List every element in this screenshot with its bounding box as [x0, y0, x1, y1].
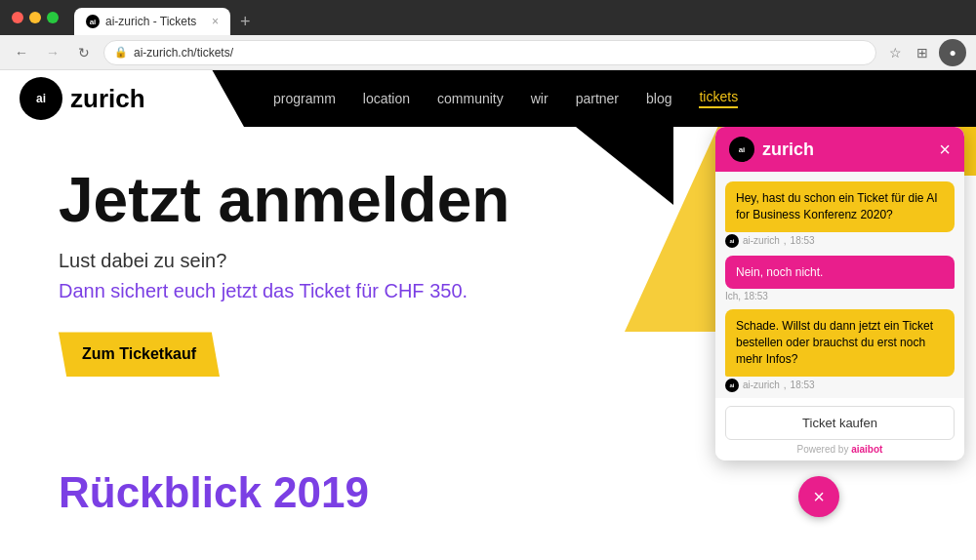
- main-content: Jetzt anmelden Lust dabei zu sein? Dann …: [0, 127, 976, 537]
- star-icon[interactable]: ☆: [884, 42, 906, 63]
- nav-link-wir[interactable]: wir: [531, 91, 549, 106]
- chat-logo-circle: ai: [729, 137, 754, 162]
- extensions-icon[interactable]: ⊞: [912, 42, 933, 63]
- traffic-light-red[interactable]: [12, 12, 23, 23]
- tab-favicon: ai: [86, 15, 100, 28]
- reload-button[interactable]: ↻: [72, 41, 96, 64]
- nav-link-programm[interactable]: programm: [273, 91, 336, 106]
- page-title: Jetzt anmelden: [59, 166, 595, 234]
- section-title: Rückblick 2019: [59, 468, 369, 517]
- nav-link-tickets[interactable]: tickets: [699, 89, 738, 108]
- lock-icon: 🔒: [114, 46, 128, 59]
- tab-title: ai-zurich - Tickets: [105, 15, 196, 28]
- chat-action-button[interactable]: Ticket kaufen: [725, 406, 955, 440]
- chat-sender-2: Ich: [725, 291, 738, 301]
- website: ai zurich programm location community wi…: [0, 70, 976, 537]
- chat-time-2: 18:53: [744, 291, 768, 301]
- site-nav: ai zurich programm location community wi…: [0, 70, 976, 127]
- browser-actions: ☆ ⊞ ●: [884, 39, 966, 66]
- browser-toolbar: ← → ↻ 🔒 ai-zurich.ch/tickets/ ☆ ⊞ ●: [0, 35, 976, 70]
- chat-bubble-bot-2: Schade. Willst du dann jetzt ein Ticket …: [725, 309, 955, 376]
- active-tab[interactable]: ai ai-zurich - Tickets ×: [74, 8, 230, 35]
- chat-meta-3: ai ai-zurich, 18:53: [725, 379, 955, 392]
- chat-message-1: Hey, hast du schon ein Ticket für die AI…: [725, 181, 955, 248]
- chat-logo-area: ai zurich: [729, 137, 814, 162]
- bot-avatar-1: ai: [725, 234, 739, 248]
- chat-body: Hey, hast du schon ein Ticket für die AI…: [715, 172, 964, 398]
- chat-widget: ai zurich × Hey, hast du schon ein Ticke…: [715, 127, 964, 460]
- traffic-light-yellow[interactable]: [29, 12, 41, 23]
- nav-link-partner[interactable]: partner: [576, 91, 619, 106]
- traffic-light-green[interactable]: [47, 12, 59, 23]
- forward-button[interactable]: →: [41, 41, 64, 64]
- back-button[interactable]: ←: [10, 41, 33, 64]
- chat-meta-1: ai ai-zurich, 18:53: [725, 234, 955, 248]
- logo-circle: ai: [20, 77, 62, 120]
- profile-icon[interactable]: ●: [939, 39, 966, 66]
- chat-message-3: Schade. Willst du dann jetzt ein Ticket …: [725, 309, 955, 391]
- traffic-lights: [12, 12, 59, 23]
- chat-header: ai zurich ×: [715, 127, 964, 172]
- chat-close-button[interactable]: ×: [939, 140, 951, 159]
- chat-powered: Powered by aiaibot: [725, 444, 955, 455]
- cta-button[interactable]: Zum Ticketkauf: [59, 332, 220, 377]
- chat-bubble-bot-1: Hey, hast du schon ein Ticket für die AI…: [725, 181, 955, 232]
- new-tab-button[interactable]: +: [232, 8, 259, 35]
- brand-text: zurich: [70, 84, 145, 114]
- fab-close-icon: ×: [813, 486, 825, 508]
- chat-footer: Ticket kaufen Powered by aiaibot: [715, 398, 964, 460]
- url-text: ai-zurich.ch/tickets/: [134, 46, 233, 60]
- chat-message-2: Nein, noch nicht. Ich, 18:53: [725, 256, 955, 302]
- chat-fab[interactable]: ×: [798, 476, 839, 517]
- chat-time-1: 18:53: [791, 235, 815, 246]
- chat-bubble-user: Nein, noch nicht.: [725, 256, 955, 290]
- tab-close-icon[interactable]: ×: [212, 15, 219, 28]
- url-bar[interactable]: 🔒 ai-zurich.ch/tickets/: [103, 40, 876, 65]
- chat-meta-2: Ich, 18:53: [725, 291, 955, 301]
- chat-logo-text: zurich: [762, 140, 814, 160]
- nav-link-blog[interactable]: blog: [646, 91, 671, 106]
- nav-links: programm location community wir partner …: [244, 89, 767, 108]
- nav-link-community[interactable]: community: [437, 91, 504, 106]
- tab-bar: ai ai-zurich - Tickets × +: [74, 0, 259, 35]
- chat-sender-1: ai-zurich: [743, 235, 780, 246]
- logo-area: ai zurich: [0, 70, 244, 127]
- bot-avatar-3: ai: [725, 379, 739, 392]
- chat-time-3: 18:53: [791, 380, 815, 390]
- chat-sender-3: ai-zurich: [743, 380, 780, 390]
- nav-link-location[interactable]: location: [363, 91, 410, 106]
